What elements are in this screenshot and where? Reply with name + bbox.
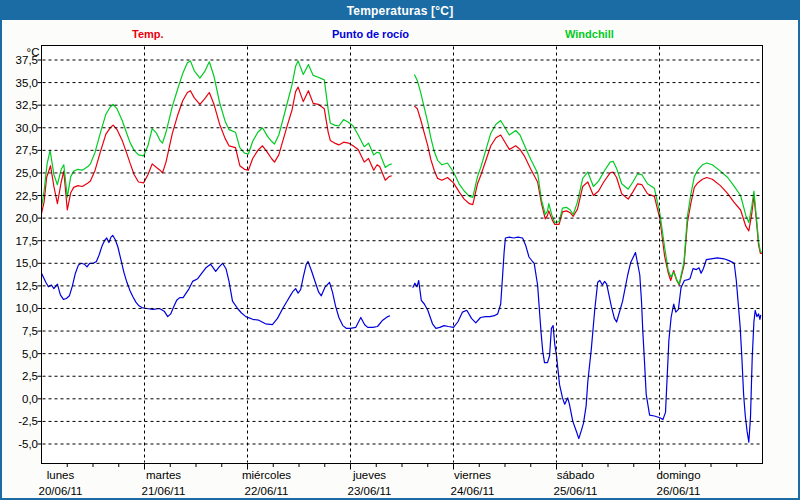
app-window: Temperaturas [°C] Temp. Punto de rocío W… [0, 0, 800, 500]
y-tick-label: 32,5 [16, 99, 38, 111]
plot-area [42, 46, 763, 464]
x-date-label: 23/06/11 [348, 485, 392, 497]
y-tick-label: 12,5 [16, 280, 38, 292]
y-tick-label: 30,0 [16, 122, 38, 134]
temperature-chart: 37,535,032,530,027,525,022,520,017,515,0… [2, 2, 800, 500]
x-day-label: miércoles [242, 469, 291, 481]
y-tick-label: -2,5 [18, 415, 38, 427]
y-tick-label: -5,0 [18, 438, 38, 450]
y-tick-label: 0,0 [22, 393, 38, 405]
y-tick-label: 15,0 [16, 257, 38, 269]
x-date-label: 21/06/11 [142, 485, 186, 497]
y-tick-label: 35,0 [16, 77, 38, 89]
y-tick-label: 10,0 [16, 302, 38, 314]
x-date-label: 20/06/11 [39, 485, 83, 497]
y-tick-label: 7,5 [22, 325, 38, 337]
x-day-label: sábado [557, 469, 595, 481]
x-day-label: lunes [47, 469, 75, 481]
x-day-label: jueves [352, 469, 386, 481]
x-day-label: domingo [656, 469, 700, 481]
x-date-label: 22/06/11 [245, 485, 289, 497]
x-day-label: martes [146, 469, 181, 481]
y-tick-label: 5,0 [22, 348, 38, 360]
y-tick-label: 27,5 [16, 144, 38, 156]
y-tick-label: 20,0 [16, 212, 38, 224]
y-tick-label: 25,0 [16, 167, 38, 179]
y-tick-label: 17,5 [16, 235, 38, 247]
y-tick-label: 2,5 [22, 370, 38, 382]
x-date-label: 25/06/11 [554, 485, 598, 497]
x-day-label: viernes [454, 469, 491, 481]
x-date-label: 24/06/11 [451, 485, 495, 497]
y-tick-label: 22,5 [16, 190, 38, 202]
y-axis-unit-label: °C [27, 46, 40, 58]
x-date-label: 26/06/11 [657, 485, 701, 497]
